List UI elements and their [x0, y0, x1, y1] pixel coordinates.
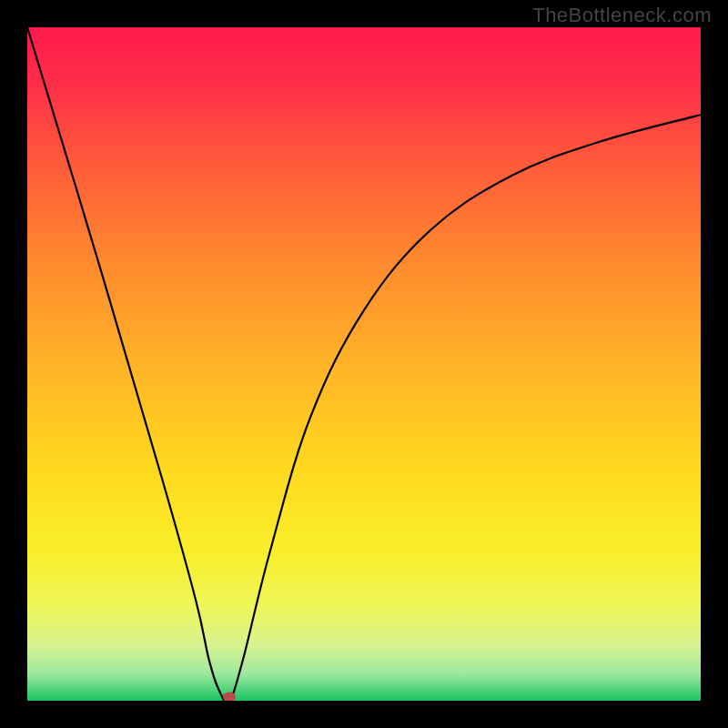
chart-frame: TheBottleneck.com	[0, 0, 728, 728]
plot-area	[27, 27, 701, 701]
watermark-text: TheBottleneck.com	[532, 4, 712, 27]
plot-svg	[27, 27, 701, 701]
